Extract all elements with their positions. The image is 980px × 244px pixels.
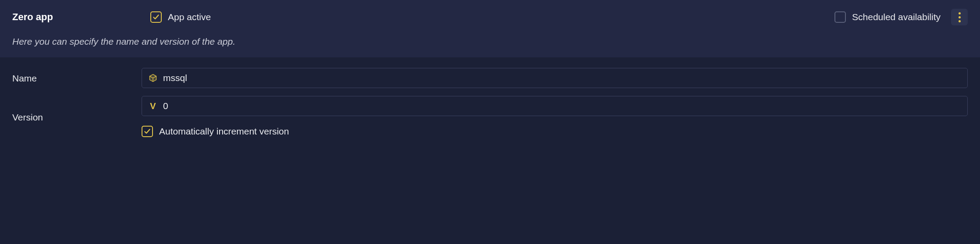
panel-title: Zero app [12, 11, 142, 24]
name-field-col [142, 68, 968, 88]
auto-increment-checkbox[interactable]: Automatically increment version [142, 125, 289, 138]
checkmark-icon [153, 14, 160, 21]
version-input-wrap: V [142, 96, 968, 116]
checkbox-box [142, 126, 153, 137]
auto-increment-label: Automatically increment version [159, 125, 289, 138]
scheduled-availability-checkbox[interactable]: Scheduled availability [834, 11, 941, 23]
more-options-button[interactable] [951, 9, 968, 25]
title-column: Zero app [12, 11, 142, 24]
name-label: Name [12, 72, 142, 85]
name-input-wrap [142, 68, 968, 88]
zero-app-panel: Zero app App active Scheduled availabili… [0, 0, 980, 163]
kebab-icon [959, 12, 961, 22]
checkmark-icon [144, 128, 151, 135]
version-icon: V [148, 100, 158, 112]
version-label: Version [12, 111, 142, 124]
name-row: Name [12, 68, 968, 88]
checkbox-box [834, 11, 846, 23]
auto-increment-row: Automatically increment version [142, 125, 968, 138]
app-active-checkbox[interactable]: App active [150, 11, 211, 23]
checkbox-box [150, 11, 162, 23]
version-field-col: V Automatically increment version [142, 96, 968, 138]
panel-body: Name Version V [0, 57, 980, 163]
header-row: Zero app App active Scheduled availabili… [12, 9, 968, 25]
package-icon [148, 73, 158, 83]
panel-header: Zero app App active Scheduled availabili… [0, 0, 980, 57]
version-row: Version V Automatically increment versio… [12, 96, 968, 138]
scheduled-availability-label: Scheduled availability [852, 11, 941, 23]
panel-subtitle: Here you can specify the name and versio… [12, 35, 968, 48]
name-input[interactable] [163, 72, 961, 84]
app-active-label: App active [168, 11, 211, 23]
version-input[interactable] [163, 100, 961, 112]
